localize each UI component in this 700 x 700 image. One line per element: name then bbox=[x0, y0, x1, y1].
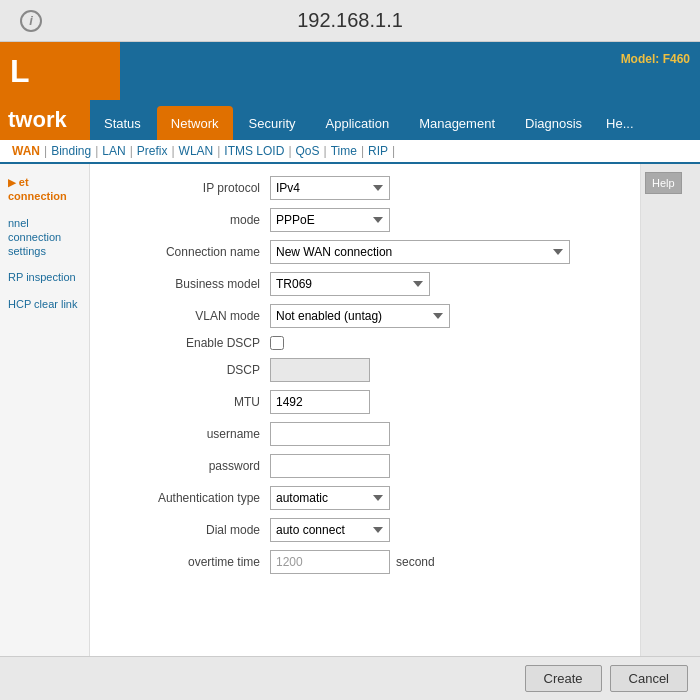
mtu-input[interactable] bbox=[270, 390, 370, 414]
password-input[interactable] bbox=[270, 454, 390, 478]
subnav-time[interactable]: Time bbox=[327, 144, 361, 158]
enable-dscp-row: Enable DSCP bbox=[110, 336, 620, 350]
create-button[interactable]: Create bbox=[525, 665, 602, 692]
connection-name-label: Connection name bbox=[110, 245, 270, 259]
mode-row: mode PPPoEDHCPStatic bbox=[110, 208, 620, 232]
subnav-prefix[interactable]: Prefix bbox=[133, 144, 172, 158]
password-row: password bbox=[110, 454, 620, 478]
dscp-input[interactable] bbox=[270, 358, 370, 382]
auth-type-label: Authentication type bbox=[110, 491, 270, 505]
overtime-label: overtime time bbox=[110, 555, 270, 569]
subnav-rip[interactable]: RIP bbox=[364, 144, 392, 158]
enable-dscp-label: Enable DSCP bbox=[110, 336, 270, 350]
vlan-mode-select[interactable]: Not enabled (untag)Enabled bbox=[270, 304, 450, 328]
vlan-mode-row: VLAN mode Not enabled (untag)Enabled bbox=[110, 304, 620, 328]
sub-nav: WAN | Binding | LAN | Prefix | WLAN | IT… bbox=[0, 140, 700, 164]
mode-select[interactable]: PPPoEDHCPStatic bbox=[270, 208, 390, 232]
subnav-wlan[interactable]: WLAN bbox=[175, 144, 218, 158]
dial-mode-row: Dial mode auto connectmanualon demand bbox=[110, 518, 620, 542]
username-row: username bbox=[110, 422, 620, 446]
dial-mode-label: Dial mode bbox=[110, 523, 270, 537]
sidebar-item-net-connection[interactable]: ▶ et connection bbox=[6, 172, 83, 207]
subnav-lan[interactable]: LAN bbox=[98, 144, 129, 158]
tab-management[interactable]: Management bbox=[405, 106, 509, 140]
model-info: Model: F460 bbox=[621, 52, 690, 66]
overtime-suffix: second bbox=[396, 555, 435, 569]
form-footer: Create Cancel bbox=[0, 656, 700, 700]
main-nav: Status Network Security Application Mana… bbox=[0, 100, 700, 140]
business-model-label: Business model bbox=[110, 277, 270, 291]
vlan-mode-label: VLAN mode bbox=[110, 309, 270, 323]
tab-help[interactable]: He... bbox=[598, 106, 641, 140]
product-name-bar: twork bbox=[0, 100, 90, 140]
password-label: password bbox=[110, 459, 270, 473]
overtime-row: overtime time second bbox=[110, 550, 620, 574]
tab-application[interactable]: Application bbox=[312, 106, 404, 140]
content-area: ▶ et connection nnel connection settings… bbox=[0, 164, 700, 656]
username-input[interactable] bbox=[270, 422, 390, 446]
subnav-itms[interactable]: ITMS LOID bbox=[220, 144, 288, 158]
browser-bar: i 192.168.1.1 bbox=[0, 0, 700, 42]
dial-mode-select[interactable]: auto connectmanualon demand bbox=[270, 518, 390, 542]
enable-dscp-checkbox[interactable] bbox=[270, 336, 284, 350]
router-ui: L Model: F460 twork Status Network Secur… bbox=[0, 42, 700, 700]
connection-name-select[interactable]: New WAN connection bbox=[270, 240, 570, 264]
sidebar-item-dhcp-clear[interactable]: HCP clear link bbox=[6, 294, 83, 314]
tab-status[interactable]: Status bbox=[90, 106, 155, 140]
tab-network[interactable]: Network bbox=[157, 106, 233, 140]
mode-label: mode bbox=[110, 213, 270, 227]
product-name: twork bbox=[8, 107, 67, 133]
subnav-binding[interactable]: Binding bbox=[47, 144, 95, 158]
arrow-icon: ▶ bbox=[8, 177, 19, 188]
info-icon[interactable]: i bbox=[20, 10, 42, 32]
business-model-row: Business model TR069TR098Custom bbox=[110, 272, 620, 296]
router-logo: L bbox=[0, 53, 90, 90]
help-panel: Help bbox=[640, 164, 700, 656]
subnav-wan[interactable]: WAN bbox=[8, 144, 44, 158]
auth-type-select[interactable]: automaticPAPCHAP bbox=[270, 486, 390, 510]
ip-protocol-row: IP protocol IPv4IPv6 bbox=[110, 176, 620, 200]
connection-name-row: Connection name New WAN connection bbox=[110, 240, 620, 264]
mtu-row: MTU bbox=[110, 390, 620, 414]
sidebar-item-channel-settings[interactable]: nnel connection settings bbox=[6, 213, 83, 262]
tab-security[interactable]: Security bbox=[235, 106, 310, 140]
nav-header-row: twork Status Network Security Applicatio… bbox=[0, 100, 700, 140]
tab-diagnosis[interactable]: Diagnosis bbox=[511, 106, 596, 140]
sidebar-item-arp-inspection[interactable]: RP inspection bbox=[6, 267, 83, 287]
ip-protocol-label: IP protocol bbox=[110, 181, 270, 195]
help-button[interactable]: Help bbox=[645, 172, 682, 194]
ip-protocol-select[interactable]: IPv4IPv6 bbox=[270, 176, 390, 200]
overtime-input[interactable] bbox=[270, 550, 390, 574]
ip-address: 192.168.1.1 bbox=[297, 9, 403, 32]
subnav-qos[interactable]: QoS bbox=[292, 144, 324, 158]
sidebar: ▶ et connection nnel connection settings… bbox=[0, 164, 90, 656]
main-form: IP protocol IPv4IPv6 mode PPPoEDHCPStati… bbox=[90, 164, 640, 656]
username-label: username bbox=[110, 427, 270, 441]
mtu-label: MTU bbox=[110, 395, 270, 409]
cancel-button[interactable]: Cancel bbox=[610, 665, 688, 692]
dscp-label: DSCP bbox=[110, 363, 270, 377]
business-model-select[interactable]: TR069TR098Custom bbox=[270, 272, 430, 296]
auth-type-row: Authentication type automaticPAPCHAP bbox=[110, 486, 620, 510]
router-header: L Model: F460 bbox=[0, 42, 700, 100]
dscp-row: DSCP bbox=[110, 358, 620, 382]
